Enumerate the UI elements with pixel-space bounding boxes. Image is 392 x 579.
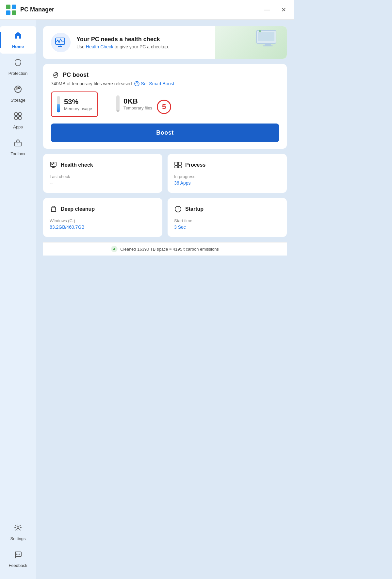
svg-rect-0	[6, 5, 10, 9]
svg-rect-17	[263, 45, 273, 46]
svg-rect-1	[12, 5, 16, 9]
svg-rect-5	[19, 113, 21, 115]
boost-stats: 53% Memory usage 0KB Temporary files	[51, 91, 157, 117]
memory-value: 53%	[64, 98, 92, 106]
sidebar-item-feedback[interactable]: Feedback	[0, 546, 36, 572]
health-icon-circle	[51, 33, 71, 52]
health-check-card-icon	[50, 161, 57, 169]
health-check-header: Health check	[50, 161, 156, 169]
svg-point-13	[19, 554, 20, 555]
memory-usage-stat: 53% Memory usage	[51, 91, 98, 117]
svg-rect-4	[15, 113, 17, 115]
startup-title: Startup	[185, 206, 204, 212]
svg-rect-15	[258, 32, 274, 41]
pc-boost-card: PC boost 740MB of temporary files were r…	[43, 64, 287, 149]
start-time-value: 3 Sec	[174, 224, 280, 230]
monitor-decoration	[255, 29, 281, 48]
startup-card[interactable]: Startup Start time 3 Sec	[168, 198, 287, 237]
smart-boost-link[interactable]: Set Smart Boost	[134, 81, 174, 86]
app-logo	[5, 4, 17, 16]
deep-cleanup-icon	[50, 205, 57, 213]
health-banner: Your PC needs a health check Use Health …	[43, 26, 287, 59]
sidebar-item-label-feedback: Feedback	[8, 563, 27, 568]
home-icon	[13, 31, 23, 42]
smart-boost-label: Set Smart Boost	[141, 81, 174, 86]
smart-boost-icon	[134, 81, 139, 86]
health-subtitle-pre: Use	[76, 44, 86, 49]
boost-subtitle: 740MB of temporary files were released S…	[51, 81, 279, 86]
deep-cleanup-title: Deep cleanup	[61, 206, 95, 212]
sidebar-item-settings[interactable]: Settings	[0, 519, 36, 546]
svg-point-10	[17, 527, 19, 529]
sidebar-item-label-apps: Apps	[13, 124, 23, 129]
titlebar-left: PC Manager	[5, 4, 54, 16]
memory-bar-fill	[57, 104, 60, 113]
svg-rect-16	[265, 44, 271, 45]
svg-rect-6	[15, 117, 17, 119]
deep-cleanup-header: Deep cleanup	[50, 205, 156, 213]
sidebar: Home Protection Storage	[0, 20, 36, 579]
sidebar-item-label-home: Home	[12, 44, 24, 49]
sidebar-item-label-protection: Protection	[8, 71, 28, 76]
memory-label: Memory usage	[64, 106, 92, 111]
svg-rect-7	[19, 117, 21, 119]
health-check-card[interactable]: Health check Last check --	[43, 154, 162, 193]
temp-value: 0KB	[123, 97, 152, 106]
boost-title: PC boost	[63, 72, 89, 78]
minimize-button[interactable]: —	[262, 5, 273, 14]
svg-rect-18	[259, 30, 261, 32]
last-check-value: --	[50, 180, 156, 186]
last-check-label: Last check	[50, 174, 156, 179]
boost-subtitle-text: 740MB of temporary files were released	[51, 81, 132, 86]
sidebar-item-apps[interactable]: Apps	[0, 107, 36, 134]
apps-icon	[14, 112, 22, 123]
boost-stats-wrapper: 53% Memory usage 0KB Temporary files	[51, 91, 279, 124]
storage-icon	[14, 85, 22, 96]
start-time-label: Start time	[174, 218, 280, 223]
health-check-link[interactable]: Health Check	[86, 44, 113, 49]
main-layout: Home Protection Storage	[0, 20, 294, 579]
cards-grid: Health check Last check -- Process In pr…	[43, 154, 287, 237]
sidebar-item-home[interactable]: Home	[0, 26, 36, 54]
startup-header: Startup	[174, 205, 280, 213]
deep-cleanup-card[interactable]: Deep cleanup Windows (C:) 83.2GB/460.7GB	[43, 198, 162, 237]
content-area: Your PC needs a health check Use Health …	[36, 20, 294, 579]
bottom-bar-text: Cleaned 16390 TB space ≈ 4195 t carbon e…	[120, 247, 219, 252]
svg-rect-30	[178, 166, 181, 168]
temp-label: Temporary files	[123, 106, 152, 110]
process-status-label: In progress	[174, 174, 280, 179]
memory-stat-info: 53% Memory usage	[64, 98, 92, 111]
drive-value: 83.2GB/460.7GB	[50, 224, 156, 230]
svg-point-11	[16, 554, 17, 555]
drive-label: Windows (C:)	[50, 218, 156, 223]
sidebar-item-toolbox[interactable]: Toolbox	[0, 134, 36, 161]
titlebar-controls: — ✕	[262, 5, 289, 15]
boost-button[interactable]: Boost	[51, 124, 279, 142]
startup-icon	[174, 205, 182, 213]
temp-bar	[116, 95, 120, 112]
health-banner-sub: Use Health Check to give your PC a check…	[76, 44, 169, 49]
boost-icon	[51, 71, 59, 79]
health-check-title: Health check	[61, 162, 93, 168]
sidebar-item-protection[interactable]: Protection	[0, 54, 36, 80]
temp-bar-fill	[116, 110, 120, 112]
eco-icon	[111, 246, 118, 252]
settings-icon	[14, 523, 22, 534]
step-badge: 5	[157, 100, 171, 114]
health-banner-title: Your PC needs a health check	[76, 36, 169, 43]
active-indicator	[0, 32, 1, 48]
svg-rect-28	[178, 162, 181, 165]
titlebar: PC Manager — ✕	[0, 0, 294, 20]
process-title: Process	[185, 162, 205, 168]
svg-point-22	[54, 75, 56, 76]
sidebar-item-storage[interactable]: Storage	[0, 80, 36, 107]
health-banner-text: Your PC needs a health check Use Health …	[76, 36, 169, 49]
close-button[interactable]: ✕	[279, 5, 289, 15]
process-card[interactable]: Process In progress 36 Apps	[168, 154, 287, 193]
bottom-bar: Cleaned 16390 TB space ≈ 4195 t carbon e…	[43, 242, 287, 256]
memory-bar	[57, 96, 60, 112]
process-icon	[174, 161, 182, 169]
sidebar-item-label-settings: Settings	[10, 536, 26, 541]
svg-rect-27	[175, 162, 178, 165]
sidebar-item-label-toolbox: Toolbox	[11, 151, 25, 156]
